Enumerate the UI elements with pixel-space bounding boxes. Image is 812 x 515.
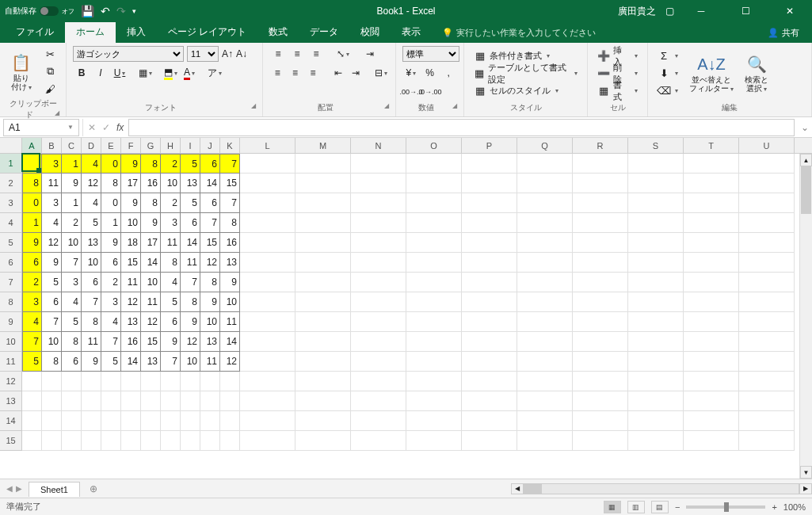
decrease-font-icon[interactable]: A↓ [236, 48, 247, 59]
cell-G6[interactable]: 14 [141, 253, 161, 273]
cell-P6[interactable] [462, 253, 517, 273]
cell-N1[interactable] [351, 154, 406, 174]
zoom-slider[interactable] [686, 505, 765, 509]
column-header-A[interactable]: A [22, 138, 42, 153]
increase-decimal-icon[interactable]: .00→.0 [402, 84, 420, 100]
cell-L15[interactable] [240, 431, 295, 451]
cell-L7[interactable] [240, 273, 295, 292]
cell-K5[interactable]: 16 [220, 233, 240, 253]
cell-E3[interactable]: 0 [101, 193, 121, 213]
cell-O10[interactable] [406, 332, 462, 352]
scroll-right-icon[interactable]: ▶ [799, 483, 812, 494]
row-header-11[interactable]: 11 [0, 352, 22, 372]
cell-S4[interactable] [628, 213, 684, 233]
cell-S9[interactable] [628, 312, 684, 332]
cell-O15[interactable] [406, 431, 462, 451]
row-header-14[interactable]: 14 [0, 411, 22, 431]
tab-review[interactable]: 校閲 [349, 21, 391, 43]
column-header-M[interactable]: M [295, 138, 351, 153]
tab-page-layout[interactable]: ページ レイアウト [157, 21, 257, 43]
cell-M3[interactable] [295, 193, 351, 213]
cell-R2[interactable] [573, 174, 628, 193]
cell-H5[interactable]: 11 [161, 233, 181, 253]
cell-B8[interactable]: 6 [42, 292, 62, 312]
find-select-button[interactable]: 🔍 検索と 選択 [741, 46, 772, 101]
cell-D4[interactable]: 5 [82, 213, 101, 233]
cell-S13[interactable] [628, 391, 684, 411]
cell-D12[interactable] [82, 372, 101, 391]
cell-L6[interactable] [240, 253, 295, 273]
column-header-F[interactable]: F [121, 138, 141, 153]
cell-C13[interactable] [62, 391, 82, 411]
row-header-3[interactable]: 3 [0, 193, 22, 213]
cell-O3[interactable] [406, 193, 462, 213]
column-header-G[interactable]: G [141, 138, 161, 153]
cell-L5[interactable] [240, 233, 295, 253]
column-header-C[interactable]: C [62, 138, 82, 153]
cell-F12[interactable] [121, 372, 141, 391]
align-center-icon[interactable]: ≡ [287, 65, 303, 81]
column-header-K[interactable]: K [220, 138, 240, 153]
row-header-2[interactable]: 2 [0, 174, 22, 193]
cell-M5[interactable] [295, 233, 351, 253]
cell-G1[interactable]: 8 [141, 154, 161, 174]
cell-Q9[interactable] [517, 312, 573, 332]
cell-S1[interactable] [628, 154, 684, 174]
cell-F6[interactable]: 15 [121, 253, 141, 273]
enter-formula-icon[interactable]: ✓ [102, 122, 110, 133]
cell-F10[interactable]: 16 [121, 332, 141, 352]
minimize-button[interactable]: ─ [684, 0, 719, 22]
zoom-in-button[interactable]: + [772, 502, 776, 512]
cell-J1[interactable]: 6 [200, 154, 220, 174]
cell-P3[interactable] [462, 193, 517, 213]
align-left-icon[interactable]: ≡ [269, 65, 285, 81]
column-header-U[interactable]: U [739, 138, 795, 153]
row-header-6[interactable]: 6 [0, 253, 22, 273]
number-format-select[interactable]: 標準 [402, 46, 459, 62]
cell-P4[interactable] [462, 213, 517, 233]
cell-C6[interactable]: 7 [62, 253, 82, 273]
scroll-down-icon[interactable]: ▼ [800, 466, 812, 479]
cell-O6[interactable] [406, 253, 462, 273]
cell-S11[interactable] [628, 352, 684, 372]
cell-T13[interactable] [684, 391, 739, 411]
cell-I10[interactable]: 12 [181, 332, 200, 352]
cell-F8[interactable]: 12 [121, 292, 141, 312]
formula-input[interactable] [128, 119, 795, 136]
cell-C12[interactable] [62, 372, 82, 391]
decrease-indent-icon[interactable]: ⇤ [330, 65, 345, 81]
cell-R8[interactable] [573, 292, 628, 312]
cell-L1[interactable] [240, 154, 295, 174]
cell-J15[interactable] [200, 431, 220, 451]
cell-E10[interactable]: 7 [101, 332, 121, 352]
cell-styles-button[interactable]: ▦セルのスタイル [471, 83, 581, 99]
cell-I5[interactable]: 14 [181, 233, 200, 253]
cell-D9[interactable]: 8 [82, 312, 101, 332]
scroll-left-icon[interactable]: ◀ [511, 483, 524, 494]
cell-S6[interactable] [628, 253, 684, 273]
cell-M4[interactable] [295, 213, 351, 233]
cell-G13[interactable] [141, 391, 161, 411]
cell-T15[interactable] [684, 431, 739, 451]
increase-font-icon[interactable]: A↑ [222, 48, 233, 59]
cell-R6[interactable] [573, 253, 628, 273]
cell-B9[interactable]: 7 [42, 312, 62, 332]
cell-N14[interactable] [351, 411, 406, 431]
cell-O7[interactable] [406, 273, 462, 292]
vscroll-thumb[interactable] [801, 166, 811, 214]
cell-M1[interactable] [295, 154, 351, 174]
cell-G5[interactable]: 17 [141, 233, 161, 253]
cell-E13[interactable] [101, 391, 121, 411]
clipboard-launcher-icon[interactable]: ◢ [55, 109, 59, 116]
font-launcher-icon[interactable]: ◢ [251, 102, 256, 109]
cell-B6[interactable]: 9 [42, 253, 62, 273]
cell-D10[interactable]: 11 [82, 332, 101, 352]
cell-P11[interactable] [462, 352, 517, 372]
cell-J3[interactable]: 6 [200, 193, 220, 213]
cell-K14[interactable] [220, 411, 240, 431]
cell-H11[interactable]: 7 [161, 352, 181, 372]
cell-H1[interactable]: 2 [161, 154, 181, 174]
user-name[interactable]: 廣田貴之 [618, 5, 656, 18]
cell-C2[interactable]: 9 [62, 174, 82, 193]
cell-I14[interactable] [181, 411, 200, 431]
